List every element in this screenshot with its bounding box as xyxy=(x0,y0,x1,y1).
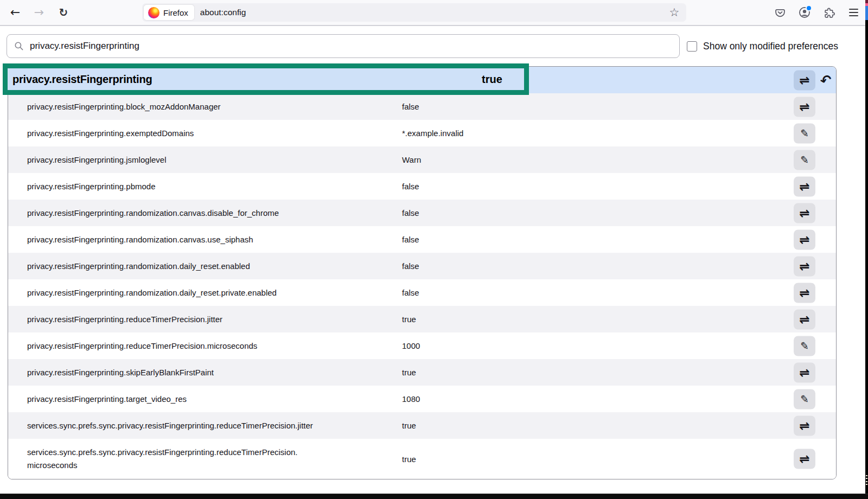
account-notification-badge xyxy=(806,5,812,11)
pref-table: ⇌ ↶ privacy.resistFingerprinting.block_m… xyxy=(8,66,837,479)
pref-value: false xyxy=(402,235,419,244)
config-search-section: Show only modified preferences xyxy=(0,26,868,65)
screen-right-edge xyxy=(865,0,868,499)
edit-icon: ✎ xyxy=(800,128,809,139)
toggle-button[interactable]: ⇌ xyxy=(794,362,815,382)
toggle-icon: ⇌ xyxy=(799,260,809,272)
pref-row[interactable]: privacy.resistFingerprinting.randomizati… xyxy=(8,200,836,226)
pref-name: services.sync.prefs.sync.privacy.resistF… xyxy=(27,419,313,432)
pref-value: 1000 xyxy=(402,341,420,350)
toggle-icon: ⇌ xyxy=(799,207,809,219)
site-identity-label: Firefox xyxy=(163,8,188,17)
pref-name: privacy.resistFingerprinting.randomizati… xyxy=(27,286,277,299)
pref-value: *.example.invalid xyxy=(402,129,463,138)
search-icon xyxy=(14,41,24,51)
pref-name: privacy.resistFingerprinting.randomizati… xyxy=(27,207,279,220)
pref-search-box[interactable] xyxy=(7,34,680,58)
selected-pref-name: privacy.resistFingerprinting xyxy=(12,73,152,86)
pref-name: privacy.resistFingerprinting.exemptedDom… xyxy=(27,127,194,140)
screen-bottom-edge xyxy=(0,494,868,499)
pref-value: false xyxy=(402,288,419,297)
menu-hamburger-icon[interactable] xyxy=(845,4,861,21)
pref-row[interactable]: privacy.resistFingerprinting.skipEarlyBl… xyxy=(8,359,836,386)
edit-button[interactable]: ✎ xyxy=(794,389,815,409)
url-bar[interactable]: Firefox about:config ☆ xyxy=(142,3,686,22)
toggle-button[interactable]: ⇌ xyxy=(794,415,815,436)
selection-highlight-box: privacy.resistFingerprinting true xyxy=(3,63,529,95)
edit-button[interactable]: ✎ xyxy=(794,336,815,356)
pref-name: privacy.resistFingerprinting.reduceTimer… xyxy=(27,313,222,326)
pref-name: services.sync.prefs.sync.privacy.resistF… xyxy=(27,446,298,472)
browser-toolbar: ← → ↻ Firefox about:config ☆ xyxy=(0,0,868,26)
pref-row[interactable]: privacy.resistFingerprinting.reduceTimer… xyxy=(8,306,836,332)
reset-button[interactable]: ↶ xyxy=(816,70,835,90)
pocket-icon[interactable] xyxy=(772,4,788,21)
pref-name: privacy.resistFingerprinting.skipEarlyBl… xyxy=(27,366,214,379)
url-text: about:config xyxy=(200,8,246,17)
modified-only-label: Show only modified preferences xyxy=(703,41,838,52)
extensions-puzzle-icon[interactable] xyxy=(821,4,837,21)
toggle-button[interactable]: ⇌ xyxy=(794,256,815,276)
pref-value: true xyxy=(402,315,416,324)
toggle-icon: ⇌ xyxy=(799,180,809,193)
undo-icon: ↶ xyxy=(819,72,833,88)
pref-row[interactable]: privacy.resistFingerprinting.randomizati… xyxy=(8,279,836,306)
pref-value: true xyxy=(402,368,416,377)
selected-pref-value: true xyxy=(482,73,502,86)
forward-icon[interactable]: → xyxy=(30,4,48,21)
pref-name: privacy.resistFingerprinting.randomizati… xyxy=(27,233,253,246)
pref-row[interactable]: privacy.resistFingerprinting.pbmodefalse… xyxy=(8,173,836,200)
edit-button[interactable]: ✎ xyxy=(794,150,815,170)
toggle-button[interactable]: ⇌ xyxy=(794,283,815,303)
edit-icon: ✎ xyxy=(800,341,809,351)
modified-only-checkbox[interactable] xyxy=(687,41,697,52)
site-identity-chip[interactable]: Firefox xyxy=(144,5,194,20)
toolbar-action-icons xyxy=(772,3,861,22)
pref-name: privacy.resistFingerprinting.pbmode xyxy=(27,180,156,193)
browser-window: ← → ↻ Firefox about:config ☆ xyxy=(0,0,868,499)
bookmark-star-icon[interactable]: ☆ xyxy=(666,3,683,22)
toggle-button[interactable]: ⇌ xyxy=(794,309,815,329)
pref-value: true xyxy=(402,421,416,430)
toggle-icon: ⇌ xyxy=(799,419,809,432)
toggle-icon: ⇌ xyxy=(799,366,809,379)
toggle-button[interactable]: ⇌ xyxy=(794,229,815,250)
search-input[interactable] xyxy=(29,40,679,52)
reload-icon[interactable]: ↻ xyxy=(55,4,72,21)
pref-value: false xyxy=(402,208,419,217)
firefox-logo-icon xyxy=(148,7,159,18)
pref-value: Warn xyxy=(402,155,421,164)
pref-name: privacy.resistFingerprinting.randomizati… xyxy=(27,260,250,273)
toggle-icon: ⇌ xyxy=(799,100,809,113)
pref-value: false xyxy=(402,261,419,271)
edit-icon: ✎ xyxy=(800,394,809,405)
pref-value: false xyxy=(402,182,419,191)
toggle-button[interactable]: ⇌ xyxy=(794,203,815,223)
pref-row[interactable]: privacy.resistFingerprinting.block_mozAd… xyxy=(8,93,836,120)
toggle-icon: ⇌ xyxy=(799,286,809,299)
toggle-button[interactable]: ⇌ xyxy=(794,176,815,196)
pref-row[interactable]: privacy.resistFingerprinting.target_vide… xyxy=(8,386,836,412)
toggle-button[interactable]: ⇌ xyxy=(794,70,815,90)
pref-name: privacy.resistFingerprinting.jsmloglevel xyxy=(27,153,166,167)
modified-only-filter: Show only modified preferences xyxy=(687,34,838,58)
pref-row[interactable]: services.sync.prefs.sync.privacy.resistF… xyxy=(8,412,836,439)
pref-row[interactable]: privacy.resistFingerprinting.jsmloglevel… xyxy=(8,146,836,173)
toggle-icon: ⇌ xyxy=(799,453,809,465)
toggle-icon: ⇌ xyxy=(799,74,809,86)
pref-rows: privacy.resistFingerprinting.block_mozAd… xyxy=(8,93,836,479)
pref-row[interactable]: privacy.resistFingerprinting.exemptedDom… xyxy=(8,120,836,146)
pref-row[interactable]: privacy.resistFingerprinting.randomizati… xyxy=(8,226,836,253)
pref-name: privacy.resistFingerprinting.reduceTimer… xyxy=(27,340,257,353)
pref-value: false xyxy=(402,102,419,111)
account-icon[interactable] xyxy=(796,4,813,21)
edit-icon: ✎ xyxy=(800,155,809,165)
pref-row[interactable]: privacy.resistFingerprinting.randomizati… xyxy=(8,253,836,279)
pref-row[interactable]: services.sync.prefs.sync.privacy.resistF… xyxy=(8,439,836,479)
toggle-icon: ⇌ xyxy=(799,233,809,246)
back-icon[interactable]: ← xyxy=(7,4,24,21)
toggle-button[interactable]: ⇌ xyxy=(794,97,815,117)
toggle-button[interactable]: ⇌ xyxy=(794,449,815,469)
edit-button[interactable]: ✎ xyxy=(794,123,815,143)
pref-row[interactable]: privacy.resistFingerprinting.reduceTimer… xyxy=(8,332,836,359)
